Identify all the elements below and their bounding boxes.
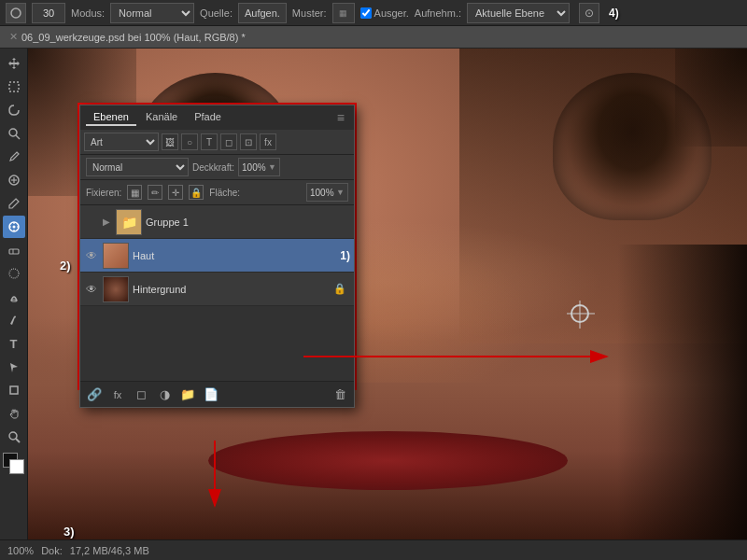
canvas-area: 2) Ebenen Kanäle Pfade ≡ Art 🖼 ○ T ◻ ⊡ f… [28, 49, 747, 539]
aufnehm-dropdown[interactable]: Aktuelle Ebene [467, 3, 570, 23]
new-layer-btn[interactable]: 📄 [201, 385, 221, 405]
tab-pfade[interactable]: Pfade [187, 109, 229, 126]
top-toolbar: 30 Modus: Normal Quelle: Aufgen. Muster:… [0, 0, 747, 26]
layer-icon-smart[interactable]: ⊡ [240, 133, 257, 150]
delete-layer-btn[interactable]: 🗑 [330, 385, 350, 405]
modus-dropdown[interactable]: Normal [110, 3, 194, 23]
layer-icon-effect[interactable]: fx [260, 133, 276, 150]
annotation-1-inline: 1) [340, 249, 350, 262]
path-select-tool[interactable] [3, 356, 25, 378]
clone-stamp-tool[interactable] [3, 216, 25, 238]
ausger-label: Ausger. [374, 7, 409, 19]
aufnehm-label: Aufnehm.: [415, 7, 461, 19]
muster-label: Muster: [292, 7, 327, 19]
svg-rect-1 [9, 82, 19, 91]
type-tool[interactable]: T [3, 332, 25, 355]
layer-icon-adj[interactable]: ○ [181, 133, 198, 150]
aufgen-btn[interactable]: Aufgen. [238, 3, 287, 23]
layers-lock-row: Fixieren: ▦ ✏ ✛ 🔒 Fläche: 100% ▼ [80, 180, 354, 205]
svg-point-8 [12, 226, 15, 229]
lock-image-btn[interactable]: ✏ [148, 185, 162, 200]
layer-row-haut[interactable]: 👁 Haut 1) [80, 239, 354, 273]
layer-name-gruppe1: Gruppe 1 [146, 217, 350, 228]
lock-transparent-btn[interactable]: ▦ [127, 185, 142, 200]
new-group-btn[interactable]: 📁 [177, 385, 198, 405]
group-arrow-gruppe1[interactable]: ▶ [103, 217, 110, 227]
ausger-checkbox-wrap: Ausger. [360, 7, 409, 19]
lock-position-btn[interactable]: ✛ [168, 185, 183, 200]
pen-tool[interactable] [3, 309, 25, 331]
doc-close-x[interactable]: ✕ [9, 31, 18, 43]
svg-point-2 [9, 129, 17, 136]
ausger-checkbox[interactable] [360, 7, 372, 19]
adjustment-btn[interactable]: ◑ [154, 385, 175, 405]
status-bar: 100% Dok: 17,2 MB/46,3 MB [0, 539, 747, 560]
fg-bg-colors[interactable] [3, 453, 25, 475]
marquee-tool[interactable] [3, 76, 25, 98]
svg-point-0 [11, 8, 21, 18]
lasso-tool[interactable] [3, 99, 25, 121]
layers-filter-row: Art 🖼 ○ T ◻ ⊡ fx [80, 130, 354, 155]
svg-point-19 [9, 432, 17, 440]
spot-heal-tool[interactable] [3, 169, 25, 191]
hand-tool[interactable] [3, 402, 25, 425]
layer-icon-shape[interactable]: ◻ [220, 133, 237, 150]
svg-point-17 [14, 316, 16, 318]
add-mask-btn[interactable]: ◻ [131, 385, 151, 405]
muster-preview[interactable]: ▦ [332, 3, 355, 23]
layers-opacity-row: Normal Deckkraft: 100% ▼ [80, 155, 354, 180]
lock-all-btn[interactable]: 🔒 [189, 185, 204, 200]
opacity-label: Deckkraft: [192, 162, 234, 173]
svg-point-16 [11, 300, 17, 301]
brush-size-display: 30 [32, 3, 65, 23]
modus-label: Modus: [71, 7, 105, 19]
svg-point-15 [9, 269, 19, 278]
layer-row-hintergrund[interactable]: 👁 Hintergrund 🔒 [80, 273, 354, 306]
layers-panel: Ebenen Kanäle Pfade ≡ Art 🖼 ○ T ◻ ⊡ fx [79, 105, 355, 408]
blend-mode-dropdown[interactable]: Normal [86, 158, 189, 176]
tab-kanaele[interactable]: Kanäle [138, 109, 185, 126]
doc-title: 06_09_werkzeuge.psd bei 100% (Haut, RGB/… [21, 32, 246, 43]
shape-tool[interactable] [3, 379, 25, 401]
quick-select-tool[interactable] [3, 122, 25, 145]
eyedropper-tool[interactable] [3, 146, 25, 168]
layer-lock-hintergrund: 🔒 [333, 283, 346, 295]
dodge-tool[interactable] [3, 286, 25, 308]
layers-bottom-bar: 🔗 fx ◻ ◑ 📁 📄 🗑 [80, 381, 354, 407]
link-layers-btn[interactable]: 🔗 [84, 385, 105, 405]
layer-icon-type[interactable]: T [201, 133, 218, 150]
layers-list: 👁 ▶ 📁 Gruppe 1 👁 Haut 1) [80, 205, 354, 381]
lips-area [208, 431, 568, 490]
layer-type-dropdown[interactable]: Art [84, 133, 159, 151]
crosshair-cursor [571, 304, 589, 323]
annotation-4: 4) [609, 7, 619, 20]
move-tool[interactable] [3, 52, 25, 75]
svg-rect-13 [9, 249, 19, 254]
quelle-label: Quelle: [200, 7, 233, 19]
hair-right [617, 245, 747, 539]
corner-tr [675, 49, 747, 147]
tab-ebenen[interactable]: Ebenen [86, 109, 136, 126]
brush-options-btn[interactable] [6, 3, 26, 23]
fill-value[interactable]: 100% ▼ [306, 183, 348, 202]
panel-menu-btn[interactable]: ≡ [333, 110, 348, 125]
layer-icon-img[interactable]: 🖼 [162, 133, 178, 150]
eye-toggle-haut[interactable]: 👁 [84, 248, 99, 263]
eraser-tool[interactable] [3, 239, 25, 261]
fill-label: Fläche: [209, 188, 240, 198]
svg-rect-18 [10, 386, 18, 394]
eye-toggle-hintergrund[interactable]: 👁 [84, 282, 99, 297]
layer-name-hintergrund: Hintergrund [133, 284, 330, 295]
fixieren-label: Fixieren: [86, 188, 121, 198]
layer-row-gruppe1[interactable]: 👁 ▶ 📁 Gruppe 1 [80, 205, 354, 239]
blur-tool[interactable] [3, 262, 25, 285]
layer-thumb-haut [103, 243, 129, 269]
zoom-tool[interactable] [3, 426, 25, 448]
opacity-value[interactable]: 100% ▼ [238, 158, 280, 176]
doc-tab: ✕ 06_09_werkzeuge.psd bei 100% (Haut, RG… [0, 26, 747, 49]
dok-value: 17,2 MB/46,3 MB [70, 545, 149, 556]
settings-btn[interactable]: ⊙ [579, 3, 599, 23]
brush-tool[interactable] [3, 192, 25, 215]
left-toolbar: T [0, 49, 28, 539]
layer-effects-btn[interactable]: fx [107, 385, 128, 405]
